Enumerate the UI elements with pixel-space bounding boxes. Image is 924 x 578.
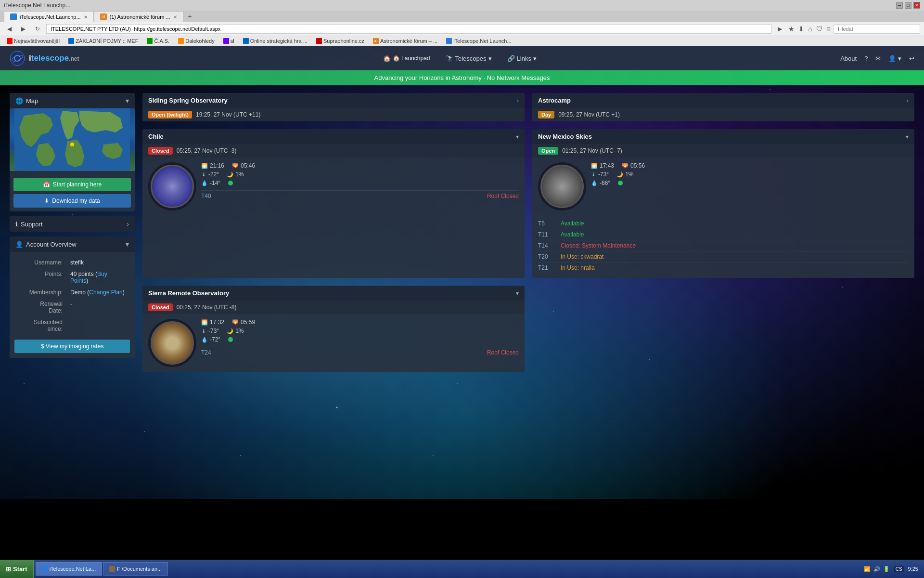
bookmark-sl[interactable]: sl bbox=[220, 37, 237, 45]
nm-sunrise: 🌄 05:56 bbox=[622, 162, 645, 169]
siding-spring-time: 19:25, 27 Nov (UTC +11) bbox=[196, 111, 260, 118]
map-globe-icon: 🌐 bbox=[15, 97, 23, 105]
address-bar[interactable] bbox=[46, 24, 771, 34]
user-menu-button[interactable]: 👤 ▾ bbox=[888, 55, 901, 62]
new-tab-button[interactable]: + bbox=[183, 11, 197, 22]
view-rates-button[interactable]: $ View my imaging rates bbox=[14, 340, 130, 353]
refresh-button[interactable]: ↻ bbox=[32, 24, 43, 34]
nav-icons: ★ ⬇ ⌂ 🛡 ≡ bbox=[788, 25, 831, 33]
sierra-status-badge: Closed bbox=[148, 303, 173, 311]
astrocamp-name: Astrocamp bbox=[538, 97, 571, 104]
links-nav-icon: 🔗 bbox=[507, 55, 515, 62]
telescope-nav-icon: 🔭 bbox=[446, 55, 453, 62]
bookmark-itelescope[interactable]: iTelescope.Net Launch... bbox=[443, 37, 514, 45]
sierra-telescope-row: T24 Roof Closed bbox=[201, 347, 519, 358]
bookmark-dalekohledy[interactable]: Dalekohledy bbox=[175, 37, 218, 45]
close-button[interactable]: ✕ bbox=[913, 2, 920, 9]
nav-launchpad[interactable]: 🏠 🏠 Launchpad bbox=[376, 52, 437, 65]
bookmark-ost[interactable]: Online strategická hra ... bbox=[240, 37, 310, 45]
account-toggle[interactable]: ▾ bbox=[126, 240, 129, 248]
nm-tel-t5: T5 Available bbox=[538, 218, 909, 229]
settings-icon[interactable]: ≡ bbox=[827, 25, 831, 33]
shield-icon[interactable]: 🛡 bbox=[816, 25, 823, 33]
bookmark-mef[interactable]: ZÁKLADNÍ POJMY :: MEF bbox=[65, 37, 141, 45]
map-title: 🌐 Map bbox=[15, 97, 38, 105]
nm-stat-row-2: 🌡 -73° 🌙 1% bbox=[591, 171, 909, 178]
browser-tabs: iTelescope.Net Launchp... ✕ AI (1) Astro… bbox=[0, 11, 924, 22]
account-table: Username: stefik Points: 40 points (Buy … bbox=[14, 257, 130, 335]
nav-telescopes[interactable]: 🔭 Telescopes ▾ bbox=[439, 52, 499, 65]
siding-spring-expand[interactable]: › bbox=[517, 97, 519, 104]
chile-sunrise: 🌄 05:46 bbox=[232, 162, 255, 169]
new-mexico-camera bbox=[538, 162, 586, 210]
renewal-label: RenewalDate: bbox=[14, 298, 66, 316]
account-card-header: 👤 Account Overview ▾ bbox=[10, 236, 135, 252]
announce-separator: · bbox=[483, 74, 487, 81]
map-toggle[interactable]: ▾ bbox=[126, 97, 129, 105]
bookmark-astro[interactable]: AI Astronomické fórum – ... bbox=[370, 37, 440, 45]
chile-expand[interactable]: ▾ bbox=[516, 133, 519, 140]
new-mexico-name: New Mexico Skies bbox=[538, 133, 592, 140]
support-toggle[interactable]: › bbox=[127, 220, 129, 228]
nm-tel-t14: T14 Closed: System Maintenance bbox=[538, 240, 909, 251]
start-planning-button[interactable]: 📅 Start planning here bbox=[13, 178, 131, 191]
bookmarks-bar: Nejnavštěvovanější ZÁKLADNÍ POJMY :: MEF… bbox=[0, 36, 924, 46]
change-plan-link[interactable]: Change Plan bbox=[89, 289, 122, 296]
minimize-button[interactable]: ─ bbox=[896, 2, 903, 9]
chile-stats: 🌅 21:16 🌄 05:46 🌡 -22° bbox=[201, 162, 519, 210]
nm-tel-t20: T20 In Use: ckwadrat bbox=[538, 251, 909, 263]
home-icon[interactable]: ⌂ bbox=[808, 25, 812, 33]
back-button[interactable]: ◀ bbox=[4, 24, 15, 34]
chile-sunset: 🌅 21:16 bbox=[201, 162, 224, 169]
bookmark-cas[interactable]: Č.A.S. bbox=[144, 37, 172, 45]
forward-button[interactable]: ▶ bbox=[18, 24, 29, 34]
nm-moon: 🌙 1% bbox=[616, 171, 633, 178]
tab2-label: (1) Astronomické fórum ... bbox=[110, 14, 170, 20]
logout-button[interactable]: ↩ bbox=[909, 55, 914, 62]
astrocamp-status-badge: Day bbox=[538, 111, 554, 118]
logo-icon bbox=[10, 51, 25, 66]
support-card-header[interactable]: ℹ Support › bbox=[10, 216, 135, 232]
download-icon[interactable]: ⬇ bbox=[798, 25, 804, 33]
announce-message: No Network Messages bbox=[487, 74, 550, 81]
bookmark-supraphon[interactable]: Supraphonline.cz bbox=[313, 37, 367, 45]
bookmark-star-icon[interactable]: ★ bbox=[788, 25, 795, 33]
help-button[interactable]: ? bbox=[864, 55, 868, 62]
browser-tab-1[interactable]: iTelescope.Net Launchp... ✕ bbox=[4, 11, 94, 22]
bookmark-favicon-7 bbox=[316, 38, 322, 44]
search-input[interactable] bbox=[834, 24, 920, 34]
main-content: 🌐 Map ▾ bbox=[0, 85, 924, 380]
chile-stat-row-1: 🌅 21:16 🌄 05:46 bbox=[201, 162, 519, 169]
sierra-expand[interactable]: ▾ bbox=[516, 290, 519, 297]
nav-links[interactable]: 🔗 Links ▾ bbox=[500, 52, 543, 65]
app-wrapper: itelescope.net 🏠 🏠 Launchpad 🔭 Telescope… bbox=[0, 46, 924, 499]
tab1-close[interactable]: ✕ bbox=[84, 14, 88, 20]
sierra-stat-row-1: 🌅 17:32 🌄 05:59 bbox=[201, 319, 519, 326]
map-card: 🌐 Map ▾ bbox=[10, 93, 135, 211]
account-subscribed-row: Subscribedsince: bbox=[14, 316, 130, 335]
browser-tab-2[interactable]: AI (1) Astronomické fórum ... ✕ bbox=[94, 11, 183, 22]
bookmark-favicon-2 bbox=[68, 38, 74, 44]
go-button[interactable]: ▶ bbox=[774, 24, 785, 34]
new-mexico-expand[interactable]: ▾ bbox=[906, 133, 909, 140]
support-info-icon: ℹ bbox=[15, 221, 18, 228]
temp-icon: 🌡 bbox=[201, 171, 206, 177]
download-data-button[interactable]: ⬇ Download my data bbox=[13, 194, 131, 208]
about-link[interactable]: About bbox=[840, 55, 857, 62]
tab2-close[interactable]: ✕ bbox=[173, 14, 177, 20]
chile-roof-status: Roof Closed bbox=[487, 193, 519, 199]
maximize-button[interactable]: □ bbox=[905, 2, 911, 9]
logo-text: itelescope.net bbox=[29, 53, 79, 63]
chile-time: 05:25, 27 Nov (UTC -3) bbox=[177, 147, 237, 154]
account-card: 👤 Account Overview ▾ Username: stefik Po… bbox=[10, 236, 135, 358]
mail-button[interactable]: ✉ bbox=[875, 55, 881, 62]
chile-header: Chile ▾ bbox=[142, 129, 525, 144]
left-panel: 🌐 Map ▾ bbox=[10, 93, 135, 372]
sierra-temp-icon: 🌡 bbox=[201, 328, 206, 334]
announce-text: Advancing your Horizons in Astronomy bbox=[374, 74, 482, 81]
astrocamp-expand[interactable]: › bbox=[907, 97, 909, 104]
bookmark-most-visited[interactable]: Nejnavštěvovanější bbox=[4, 37, 63, 45]
points-value: 40 points (Buy Points) bbox=[66, 268, 130, 287]
chile-body: 🌅 21:16 🌄 05:46 🌡 -22° bbox=[142, 158, 525, 215]
nm-tel-t11: T11 Available bbox=[538, 229, 909, 240]
